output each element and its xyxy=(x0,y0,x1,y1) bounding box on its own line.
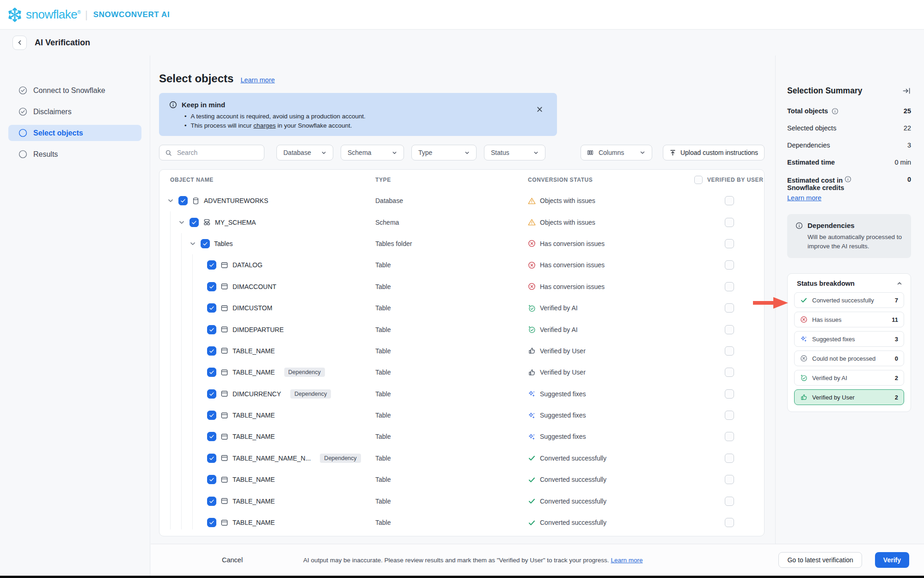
steps-sidebar: Connect to SnowflakeDisclaimersSelect ob… xyxy=(0,55,150,576)
verified-by-user-header-checkbox[interactable] xyxy=(694,176,703,184)
search-box[interactable] xyxy=(159,145,264,160)
row-checkbox[interactable] xyxy=(207,346,216,356)
status-breakdown-item-suggested-fixes[interactable]: Suggested fixes3 xyxy=(794,331,904,347)
verified-by-user-checkbox[interactable] xyxy=(725,303,734,313)
summary-learn-more-link[interactable]: Learn more xyxy=(787,194,821,202)
logo-wordmark: snowflake® xyxy=(26,7,80,22)
info-icon[interactable] xyxy=(844,176,851,183)
back-button[interactable] xyxy=(12,36,27,50)
sidebar-item-disclaimers[interactable]: Disclaimers xyxy=(8,104,141,120)
check-icon xyxy=(209,348,214,354)
collapse-panel-icon[interactable] xyxy=(902,87,911,95)
row-checkbox[interactable] xyxy=(207,497,216,506)
verified-by-user-checkbox[interactable] xyxy=(725,411,734,420)
schema-filter-dropdown[interactable]: Schema xyxy=(341,145,404,160)
logo-divider: | xyxy=(85,9,88,21)
verified-by-user-checkbox[interactable] xyxy=(725,218,734,227)
bottom-black-bar xyxy=(0,576,924,578)
table-icon xyxy=(220,476,228,484)
row-checkbox[interactable] xyxy=(207,432,216,441)
dependency-badge: Dependency xyxy=(290,389,331,399)
row-checkbox[interactable] xyxy=(207,389,216,399)
object-name: DIMACCOUNT xyxy=(233,283,276,290)
upload-icon xyxy=(669,149,676,156)
verified-by-user-checkbox[interactable] xyxy=(725,325,734,334)
table-row: TABLE_NAMETableConverted successfully xyxy=(159,512,764,533)
status-breakdown-item-verified-by-ai[interactable]: Verified by AI2 xyxy=(794,370,904,386)
snowconvert-ai-window: snowflake® | SNOWCONVERT AI AI Verificat… xyxy=(0,0,924,578)
verified-by-user-checkbox[interactable] xyxy=(725,454,734,463)
banner-close-icon[interactable] xyxy=(536,106,543,113)
check-icon xyxy=(209,391,214,397)
verified-by-user-checkbox[interactable] xyxy=(725,368,734,377)
charges-link[interactable]: charges xyxy=(253,122,275,129)
verified-by-user-checkbox[interactable] xyxy=(725,260,734,270)
table-row: DIMCUSTOMTableVerified by AI xyxy=(159,297,764,319)
verified-by-user-checkbox[interactable] xyxy=(725,346,734,356)
search-input[interactable] xyxy=(176,148,262,157)
database-filter-dropdown[interactable]: Database xyxy=(276,145,333,160)
row-checkbox[interactable] xyxy=(207,411,216,420)
verified-by-user-checkbox[interactable] xyxy=(725,282,734,291)
column-header-type: TYPE xyxy=(375,177,528,183)
expand-chevron-icon[interactable] xyxy=(189,240,196,247)
type-filter-dropdown[interactable]: Type xyxy=(411,145,477,160)
tree-guide-line xyxy=(192,254,193,529)
conversion-status: Has conversion issues xyxy=(528,240,694,247)
check-icon xyxy=(209,455,214,461)
verified-by-user-checkbox[interactable] xyxy=(725,475,734,484)
summary-stat-value: 22 xyxy=(904,124,911,132)
row-checkbox[interactable] xyxy=(207,325,216,334)
row-checkbox[interactable] xyxy=(207,282,216,291)
verified-by-user-checkbox[interactable] xyxy=(725,432,734,441)
sidebar-item-results[interactable]: Results xyxy=(8,146,141,162)
info-icon[interactable] xyxy=(832,108,838,115)
cancel-button[interactable]: Cancel xyxy=(219,556,245,564)
status-breakdown-item-could-not-be-processed[interactable]: Could not be processed0 xyxy=(794,350,904,366)
columns-icon xyxy=(587,149,594,156)
expand-chevron-icon[interactable] xyxy=(167,197,174,204)
row-checkbox[interactable] xyxy=(207,368,216,377)
row-checkbox[interactable] xyxy=(201,239,210,248)
status-breakdown-item-converted-successfully[interactable]: Converted successfully7 xyxy=(794,292,904,308)
table-row: DATALOGTableHas conversion issues xyxy=(159,254,764,276)
sidebar-item-select-objects[interactable]: Select objects xyxy=(8,125,141,141)
expand-chevron-icon[interactable] xyxy=(178,219,185,226)
object-name: TABLE_NAME xyxy=(233,498,275,505)
object-type: Schema xyxy=(375,219,528,226)
verified-by-user-checkbox[interactable] xyxy=(725,497,734,506)
row-checkbox[interactable] xyxy=(207,475,216,484)
row-checkbox[interactable] xyxy=(178,196,188,205)
sparkles-icon xyxy=(528,390,536,398)
status-breakdown-item-verified-by-user[interactable]: Verified by User2 xyxy=(794,389,904,405)
verify-button[interactable]: Verify xyxy=(875,552,909,568)
row-checkbox[interactable] xyxy=(207,303,216,313)
verified-by-user-checkbox[interactable] xyxy=(725,389,734,399)
columns-button[interactable]: Columns xyxy=(581,145,652,160)
status-filter-dropdown[interactable]: Status xyxy=(484,145,545,160)
table-row: DIMCURRENCYDependencyTableSuggested fixe… xyxy=(159,383,764,405)
verified-by-user-checkbox[interactable] xyxy=(725,518,734,527)
go-to-latest-verification-button[interactable]: Go to latest verification xyxy=(778,552,862,568)
conversion-status: Verified by AI xyxy=(528,326,694,333)
table-icon xyxy=(220,390,228,398)
status-breakdown-header[interactable]: Status breakdown xyxy=(794,280,904,287)
table-icon xyxy=(220,412,228,419)
verified-by-user-checkbox[interactable] xyxy=(725,196,734,205)
table-row: TABLE_NAME_NAME_N...DependencyTableConve… xyxy=(159,448,764,469)
footer-learn-more-link[interactable]: Learn more xyxy=(611,557,643,564)
thumbs-up-icon xyxy=(528,347,536,355)
column-header-conversion-status: CONVERSION STATUS xyxy=(528,177,694,183)
row-checkbox[interactable] xyxy=(207,454,216,463)
row-checkbox[interactable] xyxy=(207,260,216,270)
row-checkbox[interactable] xyxy=(207,518,216,527)
sidebar-item-connect-to-snowflake[interactable]: Connect to Snowflake xyxy=(8,82,141,98)
chevron-up-icon[interactable] xyxy=(896,280,903,287)
status-breakdown-item-has-issues[interactable]: Has issues11 xyxy=(794,312,904,327)
row-checkbox[interactable] xyxy=(190,218,199,227)
verified-by-user-checkbox[interactable] xyxy=(725,239,734,248)
conversion-status: Suggested fixes xyxy=(528,433,694,441)
conversion-status: Suggested fixes xyxy=(528,412,694,419)
upload-custom-instructions-button[interactable]: Upload custom instructions xyxy=(663,145,765,160)
select-objects-learn-more-link[interactable]: Learn more xyxy=(240,76,275,84)
